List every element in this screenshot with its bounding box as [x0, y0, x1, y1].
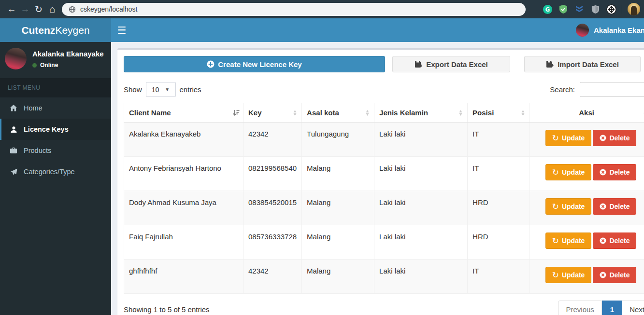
sidebar-user-avatar	[5, 48, 27, 69]
table-row: ghfhfhfhf 42342 Malang Laki laki IT ↻Upd…	[124, 260, 644, 294]
cell-key: 085736333728	[243, 225, 302, 260]
sort-amount-icon	[232, 110, 240, 116]
chevrons-icon[interactable]	[574, 4, 585, 14]
cell-asal-kota: Tulungagung	[302, 123, 374, 157]
browser-profile-avatar[interactable]	[628, 3, 640, 15]
table-row: Antony Febriansyah Hartono 082199568540 …	[124, 157, 644, 191]
refresh-icon: ↻	[552, 134, 559, 142]
sidebar-item-licence-keys[interactable]: Licence Keys	[0, 119, 111, 140]
delete-button[interactable]: Delete	[593, 198, 636, 215]
refresh-icon: ↻	[552, 237, 559, 245]
table-footer: Showing 1 to 5 of 5 entries Previous 1 N…	[124, 301, 644, 315]
cell-client-name: Akalanka Ekanayakeb	[124, 123, 243, 157]
cell-client-name: Antony Febriansyah Hartono	[124, 157, 243, 191]
cell-jenis-kelamin: Laki laki	[374, 260, 468, 294]
save-export-icon	[415, 60, 423, 68]
licence-keys-table: Client Name Key Asal kota	[124, 103, 644, 294]
sidebar-toggle-icon[interactable]: ☰	[111, 18, 132, 42]
column-header-posisi[interactable]: Posisi	[468, 103, 530, 123]
brand-bold: Cutenz	[21, 25, 55, 36]
sidebar-item-products[interactable]: Products	[0, 140, 111, 161]
column-header-jenis-kelamin[interactable]: Jenis Kelamin	[374, 103, 468, 123]
sidebar-item-label: Categories/Type	[24, 168, 75, 176]
cell-posisi: IT	[468, 260, 530, 294]
delete-button[interactable]: Delete	[593, 267, 636, 283]
adguard-shield-icon[interactable]	[558, 4, 569, 14]
times-circle-icon	[600, 169, 606, 176]
column-header-client-name[interactable]: Client Name	[124, 103, 243, 123]
export-excel-button[interactable]: Export Data Excel	[392, 56, 510, 72]
times-circle-icon	[600, 272, 606, 278]
update-button[interactable]: ↻Update	[545, 267, 592, 283]
pagination-next-button[interactable]: Next	[622, 301, 644, 315]
gray-shield-icon[interactable]	[590, 4, 601, 14]
navbar-user-menu[interactable]: Akalanka Ekanayake	[576, 18, 644, 42]
update-button[interactable]: ↻Update	[545, 198, 592, 215]
pattern-circle-icon[interactable]	[606, 4, 616, 14]
create-licence-key-button[interactable]: Create New Licence Key	[124, 56, 385, 72]
forward-icon[interactable]: →	[18, 2, 32, 16]
sidebar-item-home[interactable]: Home	[0, 97, 111, 119]
pagination: Previous 1 Next	[558, 301, 644, 315]
column-header-aksi[interactable]: Aksi	[530, 103, 644, 123]
create-button-label: Create New Licence Key	[218, 60, 301, 68]
back-icon[interactable]: ←	[5, 2, 18, 16]
navbar-user-avatar	[576, 24, 589, 37]
plus-circle-icon	[207, 60, 215, 68]
brand-logo[interactable]: CutenzKeygen	[0, 18, 111, 42]
cell-key: 082199568540	[243, 157, 302, 191]
cell-posisi: HRD	[468, 191, 530, 225]
page-length-select[interactable]: 10 ▼	[146, 82, 176, 97]
sidebar-item-label: Home	[24, 104, 43, 112]
extension-area: G	[542, 3, 640, 15]
sidebar-item-categories[interactable]: Categories/Type	[0, 161, 111, 182]
delete-button[interactable]: Delete	[593, 130, 636, 146]
update-button[interactable]: ↻Update	[545, 130, 592, 146]
browser-toolbar: ← → ↻ ⌂ cskeygen/localhost G	[0, 0, 644, 18]
show-label: Show	[124, 85, 142, 94]
showing-entries-text: Showing 1 to 5 of 5 entries	[124, 305, 210, 314]
pagination-previous-button[interactable]: Previous	[558, 301, 601, 315]
sidebar-menu-header: LIST MENU	[0, 78, 111, 97]
toolbar-divider	[622, 5, 622, 14]
delete-button[interactable]: Delete	[593, 233, 636, 249]
briefcase-icon	[9, 147, 18, 154]
globe-icon	[69, 6, 76, 13]
user-icon	[9, 126, 18, 133]
search-label: Search:	[550, 85, 575, 94]
cell-jenis-kelamin: Laki laki	[374, 157, 468, 191]
home-icon[interactable]: ⌂	[45, 2, 59, 16]
sidebar-user-status: Online	[40, 62, 58, 68]
update-button[interactable]: ↻Update	[545, 164, 592, 180]
search-input[interactable]	[580, 82, 644, 97]
chevron-down-icon: ▼	[165, 87, 170, 92]
table-row: Dody Ahmad Kusuma Jaya 083854520015 Mala…	[124, 191, 644, 225]
cell-key: 42342	[243, 260, 302, 294]
pagination-page-1-button[interactable]: 1	[602, 301, 622, 315]
import-excel-button[interactable]: Import Data Excel	[524, 56, 641, 72]
sort-icon	[642, 110, 644, 116]
address-bar[interactable]: cskeygen/localhost	[62, 3, 526, 16]
cell-posisi: HRD	[468, 225, 530, 260]
sort-icon	[292, 110, 298, 116]
cell-asal-kota: Malang	[302, 191, 374, 225]
content-box: Create New Licence Key Export Data Excel…	[117, 48, 644, 315]
column-header-asal-kota[interactable]: Asal kota	[302, 103, 374, 123]
delete-button[interactable]: Delete	[593, 164, 636, 180]
send-icon	[9, 168, 18, 176]
times-circle-icon	[600, 237, 606, 244]
grammarly-icon[interactable]: G	[542, 4, 553, 14]
cell-client-name: Faiq Fajrullah	[124, 225, 243, 260]
sort-icon	[364, 110, 371, 116]
table-row: Akalanka Ekanayakeb 42342 Tulungagung La…	[124, 123, 644, 157]
cell-jenis-kelamin: Laki laki	[374, 225, 468, 260]
cell-jenis-kelamin: Laki laki	[374, 191, 468, 225]
refresh-icon: ↻	[552, 168, 559, 177]
reload-icon[interactable]: ↻	[32, 2, 45, 16]
navbar-user-name: Akalanka Ekanayake	[594, 26, 644, 34]
page-length-value: 10	[152, 86, 159, 94]
cell-key: 083854520015	[243, 191, 302, 225]
column-header-key[interactable]: Key	[243, 103, 302, 123]
brand-light: Keygen	[55, 25, 89, 36]
update-button[interactable]: ↻Update	[545, 233, 592, 249]
